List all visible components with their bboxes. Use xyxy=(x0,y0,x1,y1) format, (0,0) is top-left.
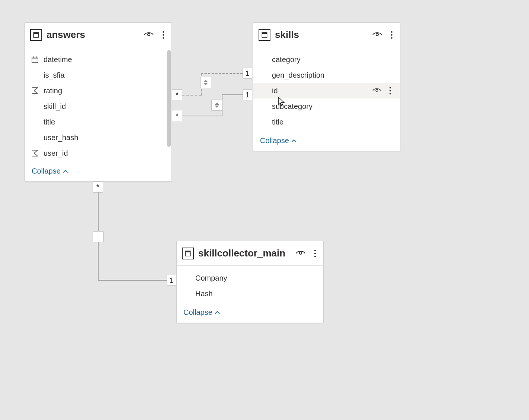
field-row[interactable]: title xyxy=(25,114,171,130)
table-header-skills[interactable]: skills xyxy=(253,23,400,47)
blank-icon xyxy=(30,70,40,80)
chevron-up-icon xyxy=(63,168,68,174)
cardinality-one: 1 xyxy=(167,275,176,286)
table-title: skillcollector_main xyxy=(198,248,296,259)
fields-list-skillcollector: Company Hash xyxy=(177,266,323,304)
collapse-label: Collapse xyxy=(32,167,61,175)
field-name: skill_id xyxy=(44,102,165,111)
collapse-label: Collapse xyxy=(183,308,212,317)
blank-icon xyxy=(182,273,192,283)
field-row[interactable]: skill_id xyxy=(25,98,171,114)
field-row[interactable]: id xyxy=(253,83,400,98)
field-row[interactable]: Company xyxy=(177,270,323,286)
more-options-icon[interactable] xyxy=(160,30,166,40)
svg-rect-3 xyxy=(32,57,38,63)
blank-icon xyxy=(182,289,192,298)
visibility-icon[interactable] xyxy=(372,87,381,94)
relationship-line[interactable] xyxy=(222,94,243,95)
table-skills[interactable]: skills category gen_description id xyxy=(253,22,400,151)
sum-icon xyxy=(30,86,40,96)
cardinality-many: * xyxy=(172,110,182,121)
visibility-icon[interactable] xyxy=(372,31,382,39)
cardinality-one: 1 xyxy=(243,89,252,100)
svg-point-10 xyxy=(376,89,378,91)
more-options-icon[interactable] xyxy=(387,85,393,96)
fields-list-answers: datetime is_sfia rating skill_id title xyxy=(25,47,171,162)
svg-point-2 xyxy=(148,33,150,35)
field-name: title xyxy=(272,118,393,126)
cardinality-many: * xyxy=(172,89,182,100)
table-icon xyxy=(182,248,194,259)
more-options-icon[interactable] xyxy=(312,248,318,259)
relationship-line[interactable] xyxy=(98,280,167,281)
relationship-line[interactable] xyxy=(201,73,243,74)
table-title: answers xyxy=(47,29,144,41)
collapse-link[interactable]: Collapse xyxy=(177,304,323,323)
field-name: gen_description xyxy=(272,71,393,80)
blank-icon xyxy=(259,101,268,111)
calendar-icon xyxy=(30,55,40,64)
field-row[interactable]: datetime xyxy=(25,52,171,67)
model-canvas[interactable]: answers datetime is_sfia xyxy=(0,0,529,420)
field-name: user_hash xyxy=(44,133,165,142)
collapse-label: Collapse xyxy=(260,136,289,145)
table-header-answers[interactable]: answers xyxy=(25,23,171,47)
field-row[interactable]: gen_description xyxy=(253,67,400,83)
svg-rect-12 xyxy=(185,251,190,252)
filter-direction-icon[interactable] xyxy=(200,77,211,88)
field-row[interactable]: subcategory xyxy=(253,98,400,114)
blank-icon xyxy=(30,133,40,142)
visibility-icon[interactable] xyxy=(296,250,305,257)
visibility-icon[interactable] xyxy=(144,31,154,39)
cardinality-one: 1 xyxy=(243,68,252,79)
table-icon xyxy=(30,29,42,41)
chevron-up-icon xyxy=(215,310,220,316)
svg-point-13 xyxy=(299,252,302,254)
blank-icon xyxy=(259,117,268,127)
table-answers[interactable]: answers datetime is_sfia xyxy=(25,22,172,182)
collapse-link[interactable]: Collapse xyxy=(253,132,400,151)
field-name: category xyxy=(272,55,393,64)
table-header-skillcollector[interactable]: skillcollector_main xyxy=(177,241,323,266)
relationship-line[interactable] xyxy=(182,95,201,96)
field-name: Company xyxy=(195,274,317,282)
field-name: subcategory xyxy=(272,102,393,111)
collapse-link[interactable]: Collapse xyxy=(25,162,171,181)
filter-direction-icon[interactable] xyxy=(211,100,222,111)
table-icon xyxy=(259,29,270,41)
table-skillcollector-main[interactable]: skillcollector_main Company Hash Collaps… xyxy=(176,241,324,323)
field-row[interactable]: title xyxy=(253,114,400,130)
field-name: is_sfia xyxy=(44,71,165,80)
blank-icon xyxy=(30,101,40,111)
blank-icon xyxy=(259,55,268,64)
svg-rect-8 xyxy=(262,32,267,34)
relationship-line[interactable] xyxy=(182,116,222,116)
field-row[interactable]: is_sfia xyxy=(25,67,171,83)
filter-direction-icon[interactable] xyxy=(93,231,104,242)
field-name: Hash xyxy=(195,290,317,298)
fields-list-skills: category gen_description id subcategory xyxy=(253,47,400,132)
chevron-up-icon xyxy=(291,138,296,144)
cardinality-many: * xyxy=(93,181,103,193)
more-options-icon[interactable] xyxy=(389,30,395,40)
field-row[interactable]: category xyxy=(253,52,400,67)
svg-point-9 xyxy=(376,33,378,35)
field-name: id xyxy=(272,87,369,95)
field-row[interactable]: user_hash xyxy=(25,130,171,145)
field-name: user_id xyxy=(44,149,165,158)
table-title: skills xyxy=(275,29,372,41)
field-row[interactable]: Hash xyxy=(177,286,323,301)
field-name: title xyxy=(44,118,165,126)
field-name: rating xyxy=(44,87,165,95)
field-row[interactable]: rating xyxy=(25,83,171,98)
sum-icon xyxy=(30,148,40,158)
scrollbar-thumb[interactable] xyxy=(167,50,171,147)
field-name: datetime xyxy=(44,55,165,64)
svg-rect-1 xyxy=(33,32,39,34)
field-row[interactable]: user_id xyxy=(25,145,171,161)
blank-icon xyxy=(30,117,40,127)
blank-icon xyxy=(259,86,268,96)
blank-icon xyxy=(259,70,268,80)
